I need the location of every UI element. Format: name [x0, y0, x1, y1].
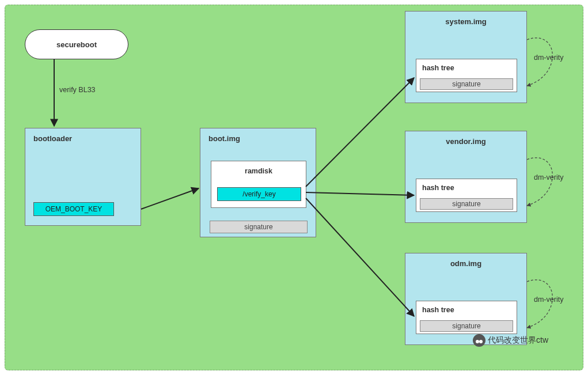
vendor-signature: signature	[420, 198, 513, 210]
node-vendor-img: vendor.img hash tree signature	[405, 131, 527, 223]
vendor-hashtree-box: hash tree signature	[416, 179, 517, 212]
system-signature: signature	[420, 78, 513, 90]
boot-img-title: boot.img	[200, 128, 316, 145]
edge-verifykey-odm	[306, 198, 414, 316]
oem-boot-key-label: OEM_BOOT_KEY	[45, 205, 103, 213]
odm-img-title: odm.img	[405, 253, 526, 270]
system-hashtree-box: hash tree signature	[416, 59, 517, 92]
node-odm-img: odm.img hash tree signature	[405, 253, 527, 345]
node-bootloader: bootloader OEM_BOOT_KEY	[25, 128, 141, 226]
bootloader-title: bootloader	[25, 128, 141, 145]
boot-img-signature: signature	[210, 221, 308, 233]
edge-verifykey-system	[306, 78, 414, 187]
vendor-loop-label: dm-verity	[534, 173, 563, 181]
system-hashtree-title: hash tree	[416, 59, 517, 73]
loop-odm	[527, 280, 552, 328]
vendor-hashtree-title: hash tree	[416, 179, 517, 193]
loop-system	[527, 38, 552, 86]
node-secureboot: secureboot	[25, 29, 128, 59]
boot-img-signature-label: signature	[244, 223, 272, 231]
loop-vendor	[527, 158, 552, 206]
ramdisk-title: ramdisk	[211, 161, 306, 176]
vendor-img-title: vendor.img	[405, 131, 526, 148]
ramdisk-box: ramdisk /verify_key	[211, 161, 306, 208]
odm-signature: signature	[420, 320, 513, 332]
vendor-signature-label: signature	[452, 200, 480, 208]
system-loop-label: dm-verity	[534, 54, 563, 62]
odm-loop-label: dm-verity	[534, 296, 563, 304]
oem-boot-key: OEM_BOOT_KEY	[33, 202, 114, 216]
verify-key-label: /verify_key	[242, 190, 275, 198]
node-system-img: system.img hash tree signature	[405, 11, 527, 103]
watermark-text: 代码改变世界ctw	[488, 335, 548, 346]
watermark: 代码改变世界ctw	[473, 334, 548, 347]
edge-verifykey-vendor	[306, 192, 414, 195]
edge-label-verify-bl33: verify BL33	[59, 86, 96, 94]
edge-bootloader-bootimg	[141, 188, 199, 209]
verify-key: /verify_key	[217, 187, 301, 201]
system-img-title: system.img	[405, 12, 526, 28]
odm-signature-label: signature	[452, 322, 480, 330]
wechat-icon	[473, 334, 485, 347]
node-boot-img: boot.img ramdisk /verify_key signature	[200, 128, 316, 237]
odm-hashtree-box: hash tree signature	[416, 301, 517, 334]
secureboot-label: secureboot	[56, 40, 97, 49]
diagram-canvas: secureboot verify BL33 bootloader OEM_BO…	[5, 5, 583, 370]
system-signature-label: signature	[452, 80, 480, 88]
odm-hashtree-title: hash tree	[416, 301, 517, 315]
